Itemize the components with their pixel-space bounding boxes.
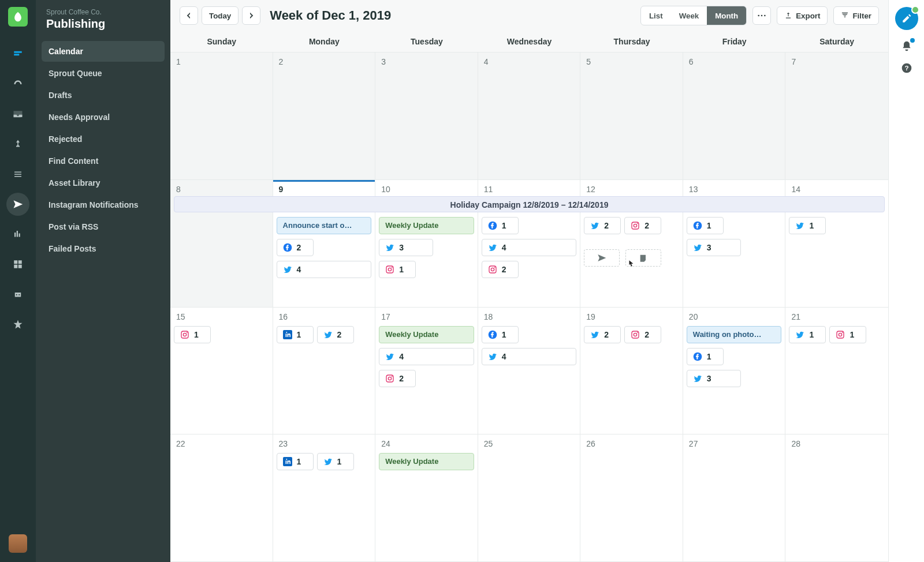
prev-week-button[interactable]: [180, 6, 198, 25]
nav-dashboard-icon[interactable]: [6, 73, 29, 96]
post-chip-fb[interactable]: 1: [482, 217, 519, 234]
calendar-day-26[interactable]: 26: [580, 434, 683, 562]
nav-feeds-icon[interactable]: [6, 163, 29, 186]
calendar-day-23[interactable]: 2311: [273, 434, 376, 562]
post-chip-li[interactable]: 1: [277, 326, 314, 343]
calendar-day-16[interactable]: 1612: [273, 308, 376, 435]
post-chip-tw[interactable]: 1: [317, 453, 354, 470]
calendar-day-24[interactable]: 24Weekly Update: [375, 434, 478, 562]
calendar-day-7[interactable]: 7: [785, 53, 888, 180]
calendar-day-17[interactable]: 17Weekly Update42: [375, 308, 478, 435]
date-number: 27: [689, 439, 698, 448]
calendar-day-20[interactable]: 20Waiting on photo…13: [683, 308, 786, 435]
sidebar-item-asset-library[interactable]: Asset Library: [42, 173, 165, 193]
calendar-day-3[interactable]: 3: [375, 53, 478, 180]
calendar-note[interactable]: Weekly Update: [379, 326, 474, 343]
post-chip-ig[interactable]: 2: [624, 217, 661, 234]
post-chip-fb[interactable]: 1: [482, 326, 519, 343]
nav-bot-icon[interactable]: [6, 283, 29, 306]
date-number: 8: [176, 185, 181, 194]
svg-point-3: [761, 15, 763, 17]
quick-compose-note-icon[interactable]: [625, 249, 661, 267]
calendar-day-1[interactable]: 1: [170, 53, 273, 180]
calendar-day-25[interactable]: 25: [478, 434, 581, 562]
calendar-day-4[interactable]: 4: [478, 53, 581, 180]
sidebar-item-rejected[interactable]: Rejected: [42, 129, 165, 149]
post-chip-tw[interactable]: 3: [687, 370, 741, 387]
calendar-day-22[interactable]: 22: [170, 434, 273, 562]
nav-publishing-icon[interactable]: [6, 193, 29, 216]
nav-messages-icon[interactable]: [6, 43, 29, 66]
date-number: 18: [484, 312, 493, 321]
sidebar-item-drafts[interactable]: Drafts: [42, 85, 165, 106]
nav-reports-icon[interactable]: [6, 253, 29, 276]
post-chip-ig[interactable]: 1: [174, 326, 211, 343]
post-chip-tw[interactable]: 4: [277, 261, 372, 278]
today-button[interactable]: Today: [202, 6, 239, 25]
svg-point-11: [491, 268, 494, 271]
post-chip-tw[interactable]: 4: [379, 348, 474, 365]
sidebar-item-find-content[interactable]: Find Content: [42, 151, 165, 171]
calendar-note[interactable]: Announce start o…: [277, 217, 372, 234]
sidebar-item-post-via-rss[interactable]: Post via RSS: [42, 216, 165, 237]
post-chip-fb[interactable]: 1: [687, 217, 724, 234]
sidebar-item-calendar[interactable]: Calendar: [42, 41, 165, 62]
calendar-day-5[interactable]: 5: [580, 53, 683, 180]
sidebar-item-needs-approval[interactable]: Needs Approval: [42, 107, 165, 128]
calendar-day-19[interactable]: 1922: [580, 308, 683, 435]
post-chip-tw[interactable]: 1: [789, 217, 826, 234]
campaign-banner[interactable]: Holiday Campaign 12/8/2019 – 12/14/2019: [174, 196, 885, 212]
view-week-button[interactable]: Week: [671, 6, 707, 25]
calendar-day-28[interactable]: 28: [785, 434, 888, 562]
quick-compose-send-icon[interactable]: [584, 249, 620, 267]
post-chip-tw[interactable]: 2: [584, 326, 621, 343]
nav-listening-icon[interactable]: [6, 223, 29, 246]
post-chip-fb[interactable]: 1: [687, 348, 724, 365]
sidebar-item-instagram-notifications[interactable]: Instagram Notifications: [42, 194, 165, 215]
notifications-icon[interactable]: [901, 40, 912, 52]
svg-point-8: [392, 267, 393, 268]
sidebar-item-sprout-queue[interactable]: Sprout Queue: [42, 63, 165, 84]
weekday-tuesday: Tuesday: [375, 31, 478, 52]
app-logo[interactable]: [8, 7, 28, 27]
sidebar-item-failed-posts[interactable]: Failed Posts: [42, 238, 165, 259]
next-week-button[interactable]: [242, 6, 260, 25]
user-avatar[interactable]: [9, 534, 27, 553]
calendar-grid: 123456789Announce start o…2410Weekly Upd…: [170, 52, 888, 562]
filter-button[interactable]: Filter: [833, 6, 879, 25]
post-chip-ig[interactable]: 1: [379, 261, 416, 278]
post-chip-ig[interactable]: 2: [624, 326, 661, 343]
nav-inbox-icon[interactable]: [6, 103, 29, 126]
compose-button[interactable]: [895, 7, 918, 30]
calendar-day-27[interactable]: 27: [683, 434, 786, 562]
calendar-note[interactable]: Weekly Update: [379, 217, 474, 234]
post-chip-tw[interactable]: 2: [584, 217, 621, 234]
view-list-button[interactable]: List: [641, 6, 671, 25]
export-button[interactable]: Export: [777, 6, 828, 25]
calendar-day-6[interactable]: 6: [683, 53, 786, 180]
post-chip-tw[interactable]: 4: [482, 348, 577, 365]
post-chip-tw[interactable]: 1: [789, 326, 826, 343]
calendar-day-21[interactable]: 2111: [785, 308, 888, 435]
help-icon[interactable]: ?: [901, 62, 912, 74]
calendar-day-2[interactable]: 2: [273, 53, 376, 180]
post-chip-fb[interactable]: 2: [277, 239, 314, 256]
calendar-note[interactable]: Waiting on photo…: [687, 326, 782, 343]
post-chip-tw[interactable]: 2: [317, 326, 354, 343]
calendar-note[interactable]: Weekly Update: [379, 453, 474, 470]
calendar-day-15[interactable]: 151: [170, 308, 273, 435]
post-chip-li[interactable]: 1: [277, 453, 314, 470]
calendar-day-18[interactable]: 1814: [478, 308, 581, 435]
more-button[interactable]: [752, 6, 771, 25]
post-chip-tw[interactable]: 3: [379, 239, 433, 256]
nav-reviews-icon[interactable]: [6, 313, 29, 336]
view-month-button[interactable]: Month: [707, 6, 746, 25]
post-chip-ig[interactable]: 2: [482, 261, 519, 278]
svg-point-27: [637, 332, 638, 333]
post-chip-ig[interactable]: 1: [829, 326, 866, 343]
nav-pin-icon[interactable]: [6, 133, 29, 156]
post-chip-tw[interactable]: 3: [687, 239, 741, 256]
date-number: 13: [689, 185, 698, 194]
post-chip-tw[interactable]: 4: [482, 239, 577, 256]
post-chip-ig[interactable]: 2: [379, 370, 416, 387]
